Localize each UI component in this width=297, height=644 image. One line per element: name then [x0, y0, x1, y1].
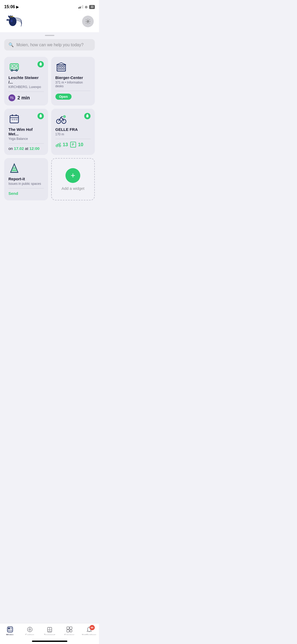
add-widget-card[interactable]: + Add a widget [51, 158, 95, 200]
bike-stat: 13 [55, 142, 68, 148]
bell-icon [37, 113, 44, 119]
building-icon [55, 61, 67, 73]
svg-point-2 [87, 21, 89, 22]
time-value: 12:00 [29, 146, 39, 151]
svg-point-41 [59, 143, 60, 144]
event-date: on 17.02 at 12:00 [8, 146, 40, 151]
card-subtitle: 371 m • Information desks [55, 81, 91, 88]
card-icon-row [8, 113, 44, 125]
search-icon: 🔍 [8, 42, 14, 47]
card-title: Report-it [8, 177, 44, 181]
wim-hof-card[interactable]: The Wim Hof Met... Yoga Balance on 17.02… [4, 109, 48, 155]
svg-rect-37 [87, 117, 88, 118]
bike-small-icon [55, 142, 61, 148]
search-box[interactable]: 🔍 Moien, how can we help you today? [4, 39, 95, 50]
card-footer: T1 2 min [8, 94, 44, 101]
svg-rect-4 [11, 65, 14, 67]
report-it-card[interactable]: Report-it Issues in public spaces Send [4, 158, 48, 200]
bell-icon [84, 113, 91, 119]
bike-count: 13 [63, 142, 68, 148]
plus-icon: + [70, 172, 75, 180]
svg-rect-17 [63, 66, 64, 67]
time-prefix: at [25, 146, 29, 151]
svg-marker-46 [11, 164, 18, 172]
svg-rect-27 [12, 119, 13, 120]
settings-button[interactable] [82, 16, 94, 27]
sheet-handle [0, 32, 99, 37]
card-footer: 13 P 10 [55, 142, 91, 148]
card-title: GELLE FRA [55, 127, 91, 132]
card-subtitle: Issues in public spaces [8, 182, 44, 186]
parking-icon: P [70, 142, 76, 148]
card-title: Leschte Steiwer /... [8, 75, 44, 84]
svg-point-38 [87, 114, 88, 115]
battery-icon: 33 [89, 5, 95, 9]
handle-bar [45, 35, 54, 36]
search-placeholder: Moien, how can we help you today? [16, 43, 83, 47]
add-widget-button[interactable]: + [65, 168, 80, 183]
svg-rect-5 [15, 65, 17, 67]
time-display: 15:06 [4, 4, 15, 9]
card-divider [8, 188, 44, 188]
svg-rect-31 [40, 117, 41, 118]
card-icon-row [8, 61, 44, 73]
wifi-icon: ⊜ [85, 5, 88, 9]
transit-badge: T1 [8, 94, 15, 101]
add-widget-label: Add a widget [62, 186, 84, 191]
bell-icon [37, 61, 44, 67]
status-bar: 15:06 ▶ ⊜ 33 [0, 0, 99, 12]
cone-icon [8, 162, 20, 174]
card-title: Bierger-Center [55, 75, 91, 80]
signal-icon [78, 5, 83, 8]
ebike-icon [55, 113, 67, 125]
app-header [0, 12, 99, 32]
main-content: 🔍 Moien, how can we help you today? [0, 32, 99, 229]
status-time: 15:06 ▶ [4, 4, 19, 9]
svg-rect-19 [60, 68, 62, 70]
svg-rect-16 [60, 66, 62, 67]
card-footer: on 17.02 at 12:00 [8, 146, 44, 151]
svg-point-34 [62, 119, 66, 123]
card-icon-row [55, 61, 91, 73]
svg-point-40 [59, 145, 60, 147]
battery-level: 33 [91, 6, 93, 8]
app-logo [5, 15, 26, 28]
svg-point-32 [40, 114, 41, 115]
card-divider [8, 91, 44, 92]
gelle-fra-card[interactable]: GELLE FRA 170 m 13 P 10 [51, 109, 95, 155]
bus-stop-card[interactable]: Leschte Steiwer /... KIRCHBERG, Luxexpo … [4, 57, 48, 105]
location-arrow-icon: ▶ [16, 5, 19, 9]
svg-point-13 [40, 62, 41, 63]
svg-rect-29 [16, 119, 17, 120]
card-footer: Open [55, 94, 91, 100]
card-icon-row [8, 162, 44, 174]
card-footer: Send [8, 191, 44, 196]
svg-rect-28 [14, 119, 15, 120]
search-container: 🔍 Moien, how can we help you today? [0, 37, 99, 55]
svg-rect-20 [63, 68, 64, 70]
svg-point-1 [11, 20, 13, 22]
card-divider [55, 139, 91, 139]
card-divider [55, 91, 91, 91]
bus-icon [8, 61, 20, 73]
svg-rect-12 [40, 65, 41, 66]
card-subtitle: Yoga Balance [8, 137, 44, 141]
bierger-center-card[interactable]: Bierger-Center 371 m • Information desks… [51, 57, 95, 105]
send-link[interactable]: Send [8, 191, 18, 196]
status-icons: ⊜ 33 [78, 5, 95, 9]
card-title: The Wim Hof Met... [8, 127, 44, 136]
open-badge: Open [55, 94, 72, 100]
card-subtitle: 170 m [55, 132, 91, 136]
svg-rect-15 [58, 66, 60, 67]
parking-count: 10 [78, 142, 83, 148]
widgets-grid: Leschte Steiwer /... KIRCHBERG, Luxexpo … [0, 55, 99, 203]
date-prefix: on [8, 146, 13, 151]
card-divider [8, 143, 44, 144]
svg-rect-18 [58, 68, 60, 70]
arrival-time: 2 min [17, 95, 30, 101]
card-subtitle: KIRCHBERG, Luxexpo [8, 85, 44, 89]
svg-rect-6 [11, 63, 18, 64]
gear-icon [85, 19, 91, 24]
date-value: 17.02 [14, 146, 24, 151]
calendar-icon [8, 113, 20, 125]
